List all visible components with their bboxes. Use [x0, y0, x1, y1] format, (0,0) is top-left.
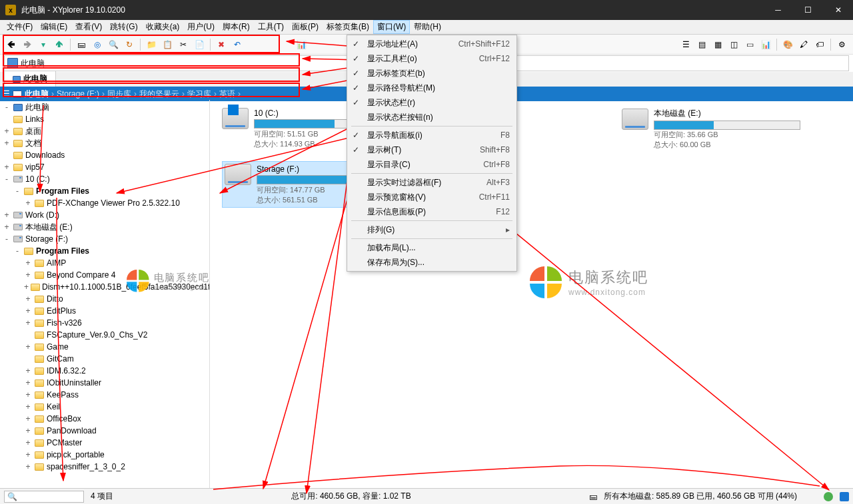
tree-node[interactable]: +Keil	[0, 401, 209, 413]
tree-node[interactable]: -Storage (F:)	[0, 233, 209, 245]
expand-toggle[interactable]: +	[24, 426, 32, 435]
status-search[interactable]: 🔍	[4, 491, 84, 503]
expand-toggle[interactable]: +	[24, 378, 32, 387]
status-ok-icon[interactable]	[824, 492, 833, 501]
expand-toggle[interactable]: +	[24, 366, 32, 376]
tree-node[interactable]: +Game	[0, 341, 209, 353]
menu-10[interactable]: 窗口(W)	[373, 20, 410, 34]
tree-node[interactable]: +PCMaster	[0, 437, 209, 449]
expand-toggle[interactable]: -	[13, 186, 21, 196]
tree-node[interactable]: -此电脑	[0, 101, 209, 113]
tree-node[interactable]: FSCapture_Ver.9.0_Chs_V2	[0, 329, 209, 341]
tree-node[interactable]: +IDM.6.32.2	[0, 365, 209, 377]
menu-item[interactable]: 显示目录(C)Ctrl+F8	[349, 157, 515, 172]
tree-node[interactable]: +桌面	[0, 125, 209, 137]
drive-tile[interactable]: 本地磁盘 (E:)可用空间: 35.66 GB总大小: 60.00 GB	[622, 108, 815, 150]
target-icon[interactable]: ◎	[90, 37, 105, 52]
tag-icon[interactable]: 🏷	[812, 37, 827, 52]
forward-button[interactable]: 🡺	[20, 37, 35, 52]
copy-icon[interactable]: 📋	[160, 37, 175, 52]
expand-toggle[interactable]: +	[3, 222, 11, 232]
cut-icon[interactable]: ✂	[176, 37, 191, 52]
minimize-button[interactable]: ─	[763, 0, 793, 20]
close-button[interactable]: ✕	[823, 0, 853, 20]
menu-3[interactable]: 跳转(G)	[106, 20, 141, 34]
menu-item[interactable]: 加载布局(L)...	[349, 240, 515, 255]
menu-item[interactable]: ✓显示状态栏(r)	[349, 95, 515, 110]
window-menu-dropdown[interactable]: ✓显示地址栏(A)Ctrl+Shift+F12✓显示工具栏(o)Ctrl+F12…	[347, 35, 517, 272]
expand-toggle[interactable]: +	[3, 210, 11, 220]
status-up-icon[interactable]	[840, 492, 849, 501]
tree-node[interactable]: +vip57	[0, 161, 209, 173]
folder-tree[interactable]: -此电脑Links+桌面+文档Downloads+vip57-10 (C:)-P…	[0, 100, 210, 488]
tree-node[interactable]: +KeePass	[0, 389, 209, 401]
expand-toggle[interactable]: -	[3, 234, 11, 244]
recent-button[interactable]: ▾	[36, 37, 51, 52]
color-icon[interactable]: 🎨	[780, 37, 795, 52]
paste-icon[interactable]: 📄	[192, 37, 207, 52]
expand-toggle[interactable]: +	[24, 306, 32, 316]
tree-node[interactable]: +Fish-v326	[0, 317, 209, 329]
menu-item[interactable]: ✓显示路径导航栏(M)	[349, 81, 515, 95]
settings-icon[interactable]: ⚙	[834, 37, 849, 52]
drives-pane[interactable]: 电脑系统吧 www.dnxitong.com 10 (C:)可用空间: 51.5…	[210, 100, 853, 488]
view-details-icon[interactable]: ☰	[678, 37, 693, 52]
tree-node[interactable]: +Ditto	[0, 293, 209, 305]
tree-node[interactable]: -Program Files	[0, 185, 209, 197]
crumb-5[interactable]: 英语	[219, 89, 235, 100]
expand-toggle[interactable]: +	[3, 138, 11, 148]
view-thumbs-icon[interactable]: ◫	[726, 37, 741, 52]
highlight-icon[interactable]: 🖍	[796, 37, 811, 52]
expand-toggle[interactable]: +	[24, 258, 32, 268]
menu-4[interactable]: 收藏夹(a)	[142, 20, 184, 34]
tree-node[interactable]: +PDF-XChange Viewer Pro 2.5.322.10	[0, 197, 209, 209]
tree-node[interactable]: +spacesniffer_1_3_0_2	[0, 461, 209, 473]
tree-node[interactable]: +AIMP	[0, 257, 209, 269]
expand-toggle[interactable]: -	[3, 103, 11, 112]
sort-icon[interactable]: ▭	[742, 37, 757, 52]
expand-toggle[interactable]: +	[24, 414, 32, 423]
menu-item[interactable]: ✓显示工具栏(o)Ctrl+F12	[349, 51, 515, 66]
menu-item[interactable]: ✓显示导航面板(i)F8	[349, 128, 515, 142]
expand-toggle[interactable]: +	[3, 126, 11, 136]
menu-icon[interactable]: ☰	[3, 89, 10, 99]
expand-toggle[interactable]: +	[24, 294, 32, 304]
tree-node[interactable]: +Work (D:)	[0, 209, 209, 221]
menu-1[interactable]: 编辑(E)	[37, 20, 71, 34]
menu-7[interactable]: 工具(T)	[254, 20, 288, 34]
expand-toggle[interactable]: +	[24, 318, 32, 328]
menu-item[interactable]: 排列(G)	[349, 222, 515, 237]
refresh-icon[interactable]: ↻	[122, 37, 137, 52]
up-button[interactable]: 🡹	[52, 37, 67, 52]
menu-item[interactable]: ✓显示标签页栏(b)	[349, 66, 515, 81]
menu-6[interactable]: 脚本(R)	[219, 20, 254, 34]
expand-toggle[interactable]: +	[24, 342, 32, 352]
expand-toggle[interactable]: +	[24, 282, 29, 292]
crumb-0[interactable]: 此电脑	[25, 89, 49, 100]
back-button[interactable]: 🡸	[4, 37, 19, 52]
menu-item[interactable]: 显示预览窗格(V)Ctrl+F11	[349, 190, 515, 204]
expand-toggle[interactable]: +	[3, 162, 11, 172]
expand-toggle[interactable]: +	[24, 450, 32, 459]
menu-item[interactable]: ✓显示地址栏(A)Ctrl+Shift+F12	[349, 37, 515, 51]
menu-item[interactable]: ✓显示树(T)Shift+F8	[349, 142, 515, 157]
expand-toggle[interactable]: +	[24, 270, 32, 280]
expand-toggle[interactable]: +	[24, 390, 32, 399]
maximize-button[interactable]: ☐	[793, 0, 823, 20]
tree-node[interactable]: +OfficeBox	[0, 413, 209, 425]
crumb-3[interactable]: 我的坚果云	[139, 89, 179, 100]
tab-active[interactable]: 此电脑	[4, 71, 56, 87]
menu-item[interactable]: 显示信息面板(P)F12	[349, 204, 515, 219]
tree-node[interactable]: GitCam	[0, 353, 209, 365]
menu-item[interactable]: 显示状态栏按钮(n)	[349, 110, 515, 125]
tree-node[interactable]: -Program Files	[0, 245, 209, 257]
tree-node[interactable]: +EditPlus	[0, 305, 209, 317]
view-tiles-icon[interactable]: ▦	[710, 37, 725, 52]
tree-node[interactable]: Links	[0, 113, 209, 125]
find-icon[interactable]: 🔍	[106, 37, 121, 52]
drives-icon[interactable]: 🖴	[74, 37, 89, 52]
tree-node[interactable]: Downloads	[0, 149, 209, 161]
tree-node[interactable]: +PanDownload	[0, 425, 209, 437]
crumb-2[interactable]: 同步库	[107, 89, 131, 100]
filter-icon[interactable]: 📊	[294, 37, 309, 52]
